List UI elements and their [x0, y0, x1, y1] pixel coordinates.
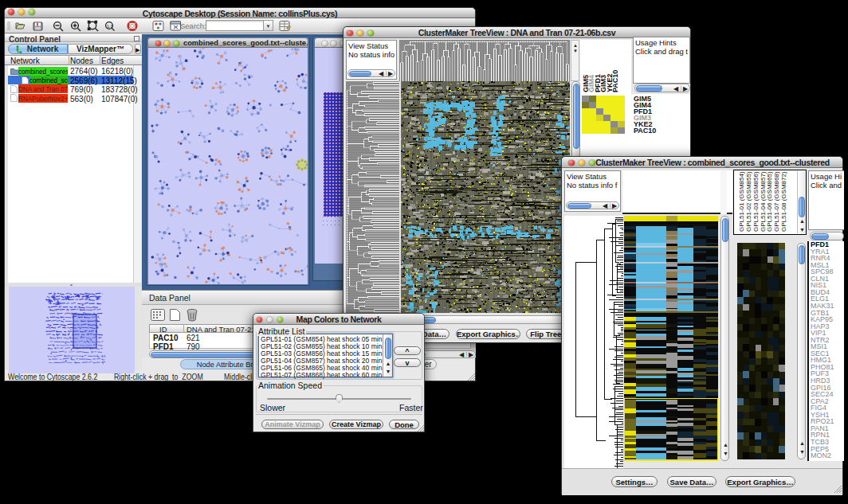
svg-text:1:1: 1:1	[107, 23, 113, 28]
